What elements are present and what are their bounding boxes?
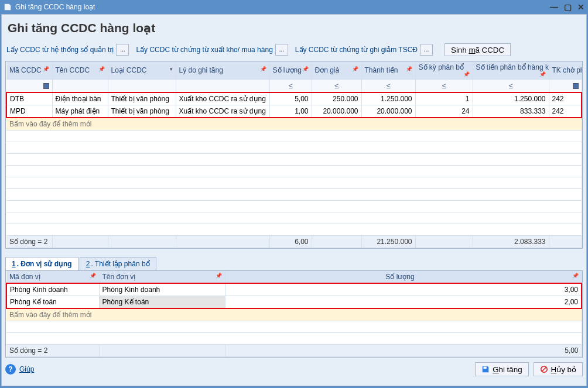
- col-alloc[interactable]: Số tiền phân bổ hàng kỳ📌: [473, 61, 549, 80]
- new-row[interactable]: Bấm vào đây để thêm mới: [6, 118, 582, 131]
- summary-row: Số dòng = 25,00: [6, 345, 582, 357]
- header-row: Mã đơn vị📌 Tên đơn vị📌 Số lượng📌: [6, 271, 582, 283]
- link-from-voucher[interactable]: Lấy CCDC từ chứng từ xuất kho/ mua hàng: [136, 46, 272, 54]
- tab-allocation[interactable]: 2. Thiết lập phân bổ: [80, 257, 156, 270]
- data-region-highlight: DTBĐiện thoại bànThiết bị văn phòngXuất …: [6, 92, 582, 118]
- col-unit-code[interactable]: Mã đơn vị📌: [6, 271, 99, 283]
- generate-code-button[interactable]: Sinh mã CCDC: [445, 43, 511, 56]
- header-row: Mã CCDC📌 Tên CCDC📌 Loại CCDC▾ Lý do ghi …: [6, 61, 582, 80]
- table-row[interactable]: MPDMáy phát điệnThiết bị văn phòngXuất k…: [6, 105, 582, 118]
- main-grid: Mã CCDC📌 Tên CCDC📌 Loại CCDC▾ Lý do ghi …: [5, 61, 583, 249]
- tab-units[interactable]: 1. Đơn vị sử dụng: [5, 257, 78, 270]
- maximize-button[interactable]: ▢: [564, 2, 572, 12]
- help-icon[interactable]: ?: [5, 364, 16, 375]
- table-row[interactable]: DTBĐiện thoại bànThiết bị văn phòngXuất …: [6, 92, 582, 105]
- col-unit-qty[interactable]: Số lượng📌: [225, 271, 582, 283]
- col-type[interactable]: Loại CCDC▾: [108, 61, 176, 80]
- new-row[interactable]: Bấm vào đây để thêm mới: [6, 308, 582, 321]
- col-periods[interactable]: Số kỳ phân bổ📌: [415, 61, 473, 80]
- link-from-decrease[interactable]: Lấy CCDC từ chứng từ ghi giảm TSCĐ: [295, 46, 418, 54]
- window-title: Ghi tăng CCDC hàng loạt: [15, 3, 550, 11]
- col-acct[interactable]: TK chờ phân bổ: [549, 61, 582, 80]
- col-price[interactable]: Đơn giá📌: [312, 61, 361, 80]
- cancel-button[interactable]: Hủy bỏ: [534, 362, 583, 376]
- page-title: Ghi tăng CCDC hàng loạt: [5, 18, 583, 43]
- close-button[interactable]: ✕: [577, 2, 584, 12]
- filter-check-icon[interactable]: [573, 83, 579, 89]
- link-from-system[interactable]: Lấy CCDC từ hệ thống sổ quản trị: [6, 46, 114, 54]
- filter-check-icon[interactable]: [43, 83, 49, 89]
- cancel-icon: [540, 365, 548, 373]
- table-row[interactable]: Phòng Kế toánPhòng Kế toán2,00: [6, 296, 582, 309]
- minimize-button[interactable]: —: [550, 2, 558, 12]
- app-icon: [4, 3, 12, 11]
- browse-button-1[interactable]: ...: [116, 44, 129, 56]
- col-code[interactable]: Mã CCDC📌: [6, 61, 52, 80]
- filter-row[interactable]: ≤ ≤ ≤ ≤ ≤: [6, 80, 582, 93]
- col-unit-name[interactable]: Tên đơn vị📌: [99, 271, 225, 283]
- browse-button-3[interactable]: ...: [420, 44, 433, 56]
- col-name[interactable]: Tên CCDC📌: [52, 61, 108, 80]
- col-amount[interactable]: Thành tiền📌: [361, 61, 415, 80]
- save-button[interactable]: Ghi tăng: [475, 362, 528, 376]
- detail-grid: Mã đơn vị📌 Tên đơn vị📌 Số lượng📌 Phòng K…: [5, 270, 583, 358]
- save-icon: [481, 365, 490, 373]
- help-link[interactable]: Giúp: [19, 365, 34, 373]
- browse-button-2[interactable]: ...: [275, 44, 288, 56]
- detail-highlight: Phòng Kinh doanhPhòng Kinh doanh3,00 Phò…: [6, 283, 582, 308]
- col-reason[interactable]: Lý do ghi tăng📌: [176, 61, 269, 80]
- titlebar: Ghi tăng CCDC hàng loạt — ▢ ✕: [0, 0, 588, 14]
- summary-row: Số dòng = 2 6,0021.250.000 2.083.333: [6, 236, 582, 248]
- col-qty[interactable]: Số lượng📌: [269, 61, 312, 80]
- table-row[interactable]: Phòng Kinh doanhPhòng Kinh doanh3,00: [6, 283, 582, 296]
